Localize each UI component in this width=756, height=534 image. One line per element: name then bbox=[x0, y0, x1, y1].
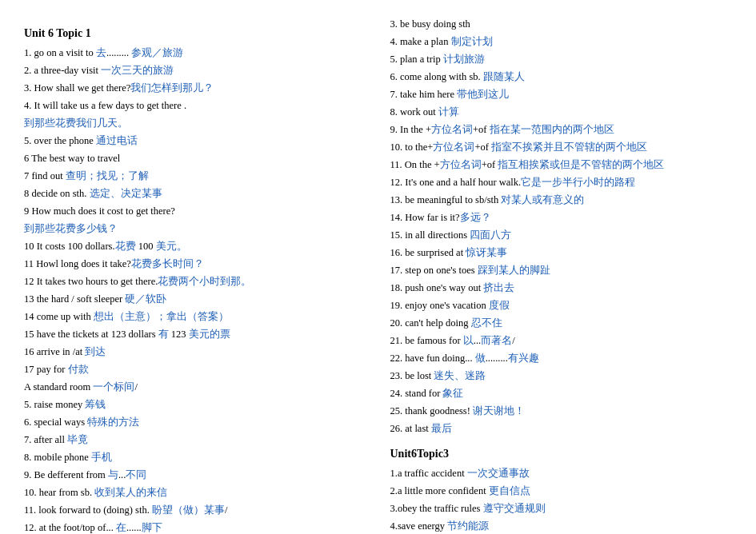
list-item: 6 The best way to travel bbox=[24, 150, 366, 166]
list-item: 3. How shall we get there?我们怎样到那儿？ bbox=[24, 80, 366, 96]
list-item: 24. stand for 象征 bbox=[390, 385, 733, 401]
list-item: 19. enjoy one's vacation 度假 bbox=[390, 297, 733, 313]
list-item: 22. have fun doing... 做.........有兴趣 bbox=[390, 350, 733, 366]
right-column: 3. be busy doing sth4. make a plan 制定计划5… bbox=[390, 16, 733, 534]
list-item: 14. How far is it?多远？ bbox=[390, 209, 733, 225]
list-item: 3. be busy doing sth bbox=[390, 16, 733, 32]
list-item: 20. can't help doing 忍不住 bbox=[390, 315, 733, 331]
list-item: 18. push one's way out 挤出去 bbox=[390, 280, 733, 296]
list-item: 8 decide on sth. 选定、决定某事 bbox=[24, 185, 366, 201]
list-item: 11. On the +方位名词+of 指互相挨紧或但是不管辖的两个地区 bbox=[390, 157, 733, 173]
list-item: 15 have the tickets at 123 dollars 有 123… bbox=[24, 326, 366, 342]
list-item: 15. in all directions 四面八方 bbox=[390, 227, 733, 243]
list-item: 26. at last 最后 bbox=[390, 420, 733, 436]
list-item: 6. come along with sb. 跟随某人 bbox=[390, 69, 733, 85]
list-item: 4.save energy 节约能源 bbox=[390, 518, 733, 534]
page-container: Unit 6 Topic 11. go on a visit to 去.....… bbox=[24, 16, 732, 534]
section-title: Unit6Topic3 bbox=[390, 448, 733, 460]
list-item: 13. be meaningful to sb/sth 对某人或有意义的 bbox=[390, 192, 733, 208]
list-item: 9. In the +方位名词+of 指在某一范围内的两个地区 bbox=[390, 122, 733, 137]
list-item: 16. be surprised at 惊讶某事 bbox=[390, 245, 733, 261]
list-item: 7. after all 毕竟 bbox=[24, 432, 366, 448]
list-item: 10. hear from sb. 收到某人的来信 bbox=[24, 484, 366, 500]
list-item: 3.obey the traffic rules 遵守交通规则 bbox=[390, 500, 733, 516]
list-item: 17. step on one's toes 踩到某人的脚趾 bbox=[390, 262, 733, 278]
list-item: 17 pay for 付款 bbox=[24, 361, 366, 377]
list-item: 5. plan a trip 计划旅游 bbox=[390, 51, 733, 67]
list-item: 6. special ways 特殊的方法 bbox=[24, 414, 366, 430]
list-item: 14 come up with 想出（主意）；拿出（答案） bbox=[24, 309, 366, 325]
list-item: 9 How much does it cost to get there? bbox=[24, 203, 366, 219]
list-item: 8. work out 计算 bbox=[390, 104, 733, 120]
list-item: 2. a three-day visit 一次三天的旅游 bbox=[24, 62, 366, 78]
list-item: 10 It costs 100 dollars.花费 100 美元。 bbox=[24, 238, 366, 254]
list-item: 8. mobile phone 手机 bbox=[24, 449, 366, 465]
list-item: 7. take him here 带他到这儿 bbox=[390, 86, 733, 102]
list-item: 到那些花费我们几天。 bbox=[24, 115, 366, 131]
list-item: 9. Be defferent from 与...不同 bbox=[24, 467, 366, 483]
list-item: 13 the hard / soft sleeper 硬／软卧 bbox=[24, 291, 366, 307]
section-title: Unit 6 Topic 1 bbox=[24, 27, 366, 40]
list-item: 12. It's one and a half hour walk.它是一步半行… bbox=[390, 174, 733, 190]
list-item: 11. look forward to (doing) sth. 盼望（做）某事… bbox=[24, 502, 366, 518]
list-item: 21. be famous for 以...而著名/ bbox=[390, 333, 733, 349]
list-item: 到那些花费多少钱？ bbox=[24, 221, 366, 237]
list-item: 4. It will take us a few days to get the… bbox=[24, 98, 366, 114]
left-column: Unit 6 Topic 11. go on a visit to 去.....… bbox=[24, 16, 366, 534]
list-item: 12 It takes two hours to get there.花费两个小… bbox=[24, 273, 366, 289]
list-item: 1.a traffic accident 一次交通事故 bbox=[390, 465, 733, 481]
list-item: 4. make a plan 制定计划 bbox=[390, 34, 733, 50]
list-item: 2.a little more confident 更自信点 bbox=[390, 483, 733, 499]
list-item: 10. to the+方位名词+of 指室不挨紧并且不管辖的两个地区 bbox=[390, 139, 733, 155]
list-item: A standard room 一个标间/ bbox=[24, 379, 366, 395]
list-item: 12. at the foot/top of... 在......脚下 bbox=[24, 520, 366, 534]
list-item: 16 arrive in /at 到达 bbox=[24, 344, 366, 360]
list-item: 25. thank goodness! 谢天谢地！ bbox=[390, 403, 733, 419]
list-item: 5. over the phone 通过电话 bbox=[24, 133, 366, 149]
list-item: 11 Howl long does it take?花费多长时间？ bbox=[24, 256, 366, 272]
list-item: 5. raise money 筹钱 bbox=[24, 397, 366, 412]
list-item: 1. go on a visit to 去......... 参观／旅游 bbox=[24, 45, 366, 61]
list-item: 23. be lost 迷失、迷路 bbox=[390, 368, 733, 384]
list-item: 7 find out 查明；找见；了解 bbox=[24, 168, 366, 184]
